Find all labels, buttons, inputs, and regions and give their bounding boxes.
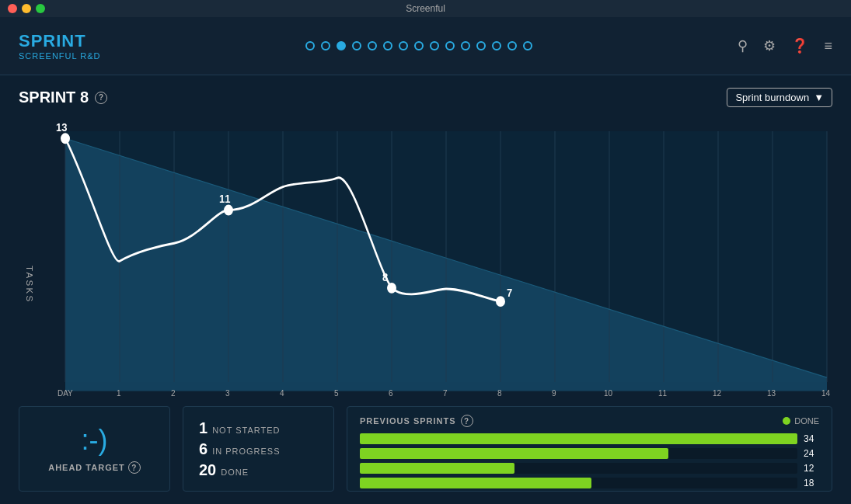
bottom-panels: :-) AHEAD TARGET ? 1 NOT STARTED 6 IN PR… (19, 406, 832, 492)
nav-dot-3[interactable] (352, 41, 361, 50)
bar-fill-2 (360, 463, 514, 474)
chevron-down-icon: ▼ (814, 92, 824, 103)
svg-text:3: 3 (225, 388, 230, 398)
burndown-chart: 13 11 8 7 TASKS DAY 1 2 3 4 5 6 7 8 9 10… (19, 113, 832, 400)
nav-dot-5[interactable] (383, 41, 392, 50)
svg-text:12: 12 (713, 388, 721, 398)
app-title: SPRINT (19, 31, 101, 51)
svg-text:6: 6 (389, 388, 393, 398)
svg-text:11: 11 (658, 388, 667, 398)
svg-text:14: 14 (821, 388, 830, 398)
previous-sprints-panel: PREVIOUS SPRINTS ? DONE 34241218 (347, 406, 832, 492)
sprint-title: SPRINT 8 ? (19, 89, 107, 106)
bar-track-3 (360, 478, 797, 488)
svg-text:5: 5 (334, 388, 339, 398)
legend-dot (783, 417, 790, 425)
status-info-icon[interactable]: ? (128, 461, 141, 474)
titlebar: Screenful (0, 0, 851, 17)
svg-text:4: 4 (280, 388, 284, 398)
svg-text:7: 7 (507, 287, 512, 300)
settings-icon[interactable]: ⚙ (763, 37, 776, 54)
nav-dots-container (305, 41, 532, 50)
sprint-info-icon[interactable]: ? (95, 92, 107, 104)
nav-dot-1[interactable] (321, 41, 330, 50)
main-content: SPRINT 8 ? Sprint burndown ▼ (0, 75, 851, 504)
bar-fill-3 (360, 478, 591, 488)
status-panel: :-) AHEAD TARGET ? (19, 406, 170, 492)
svg-text:2: 2 (171, 388, 176, 398)
svg-text:9: 9 (552, 388, 556, 398)
window-controls (8, 4, 45, 13)
not-started-stat: 1 NOT STARTED (199, 419, 281, 437)
svg-text:8: 8 (382, 270, 388, 283)
bar-value-0: 34 (804, 433, 819, 444)
nav-dot-7[interactable] (414, 41, 424, 50)
bar-track-2 (360, 463, 797, 474)
stats-panel: 1 NOT STARTED 6 IN PROGRESS 20 DONE (183, 406, 334, 492)
window-title: Screenful (406, 3, 445, 14)
bar-row-0: 34 (360, 433, 819, 444)
brand: SPRINT SCREENFUL R&D (19, 31, 101, 61)
bar-value-3: 18 (804, 478, 819, 488)
legend: DONE (783, 416, 819, 426)
svg-text:7: 7 (443, 388, 448, 398)
svg-text:13: 13 (767, 388, 776, 398)
chart-type-dropdown[interactable]: Sprint burndown ▼ (727, 88, 832, 107)
done-stat: 20 DONE (199, 461, 249, 479)
header-actions: ⚲ ⚙ ❓ ≡ (738, 37, 832, 54)
bar-row-1: 24 (360, 448, 819, 459)
nav-dot-12[interactable] (492, 41, 501, 50)
nav-dot-0[interactable] (305, 41, 315, 50)
svg-text:8: 8 (497, 388, 502, 398)
bar-row-2: 12 (360, 463, 819, 474)
bar-track-1 (360, 448, 797, 459)
bar-fill-0 (360, 433, 797, 444)
maximize-dot[interactable] (36, 4, 45, 13)
bar-value-1: 24 (804, 448, 819, 459)
svg-text:13: 13 (56, 120, 68, 134)
menu-icon[interactable]: ≡ (824, 38, 832, 54)
help-icon[interactable]: ❓ (791, 37, 808, 54)
close-dot[interactable] (8, 4, 17, 13)
nav-dot-11[interactable] (476, 41, 486, 50)
in-progress-stat: 6 IN PROGRESS (199, 440, 281, 458)
svg-text:DAY: DAY (58, 388, 73, 398)
chart-svg: 13 11 8 7 TASKS DAY 1 2 3 4 5 6 7 8 9 10… (19, 113, 832, 400)
svg-point-21 (225, 206, 232, 215)
svg-text:TASKS: TASKS (25, 266, 33, 303)
nav-dot-9[interactable] (445, 41, 455, 50)
prev-sprints-title: PREVIOUS SPRINTS ? (360, 415, 473, 427)
nav-dot-14[interactable] (523, 41, 532, 50)
bar-row-3: 18 (360, 478, 819, 488)
svg-point-19 (61, 134, 69, 144)
nav-dot-8[interactable] (430, 41, 439, 50)
svg-text:1: 1 (117, 388, 121, 398)
minimize-dot[interactable] (22, 4, 31, 13)
svg-point-25 (497, 297, 504, 306)
prev-info-icon[interactable]: ? (461, 415, 473, 427)
nav-dot-6[interactable] (399, 41, 408, 50)
bars-container: 34241218 (360, 433, 819, 488)
app-header: SPRINT SCREENFUL R&D ⚲ ⚙ ❓ ≡ (0, 17, 851, 75)
status-label: AHEAD TARGET ? (48, 461, 141, 474)
nav-dot-2[interactable] (337, 41, 346, 50)
bar-value-2: 12 (804, 463, 819, 474)
chart-header: SPRINT 8 ? Sprint burndown ▼ (19, 88, 832, 107)
bar-track-0 (360, 433, 797, 444)
prev-sprints-header: PREVIOUS SPRINTS ? DONE (360, 415, 819, 427)
nav-dot-10[interactable] (461, 41, 470, 50)
nav-dot-13[interactable] (507, 41, 517, 50)
app-subtitle: SCREENFUL R&D (19, 51, 101, 61)
smiley-icon: :-) (82, 424, 108, 457)
filter-icon[interactable]: ⚲ (738, 37, 748, 54)
nav-dot-4[interactable] (368, 41, 377, 50)
bar-fill-1 (360, 448, 668, 459)
svg-point-23 (388, 283, 396, 293)
svg-text:11: 11 (219, 192, 231, 205)
svg-text:10: 10 (604, 388, 612, 398)
